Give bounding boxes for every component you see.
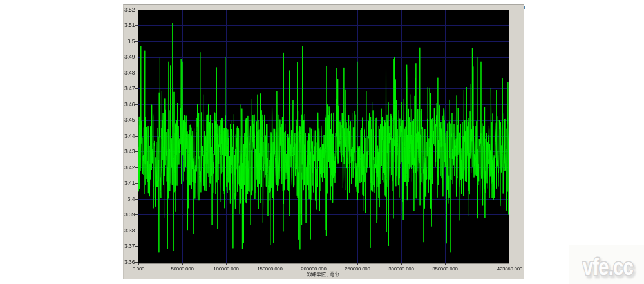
svg-text:vfe.cc: vfe.cc	[583, 254, 633, 280]
